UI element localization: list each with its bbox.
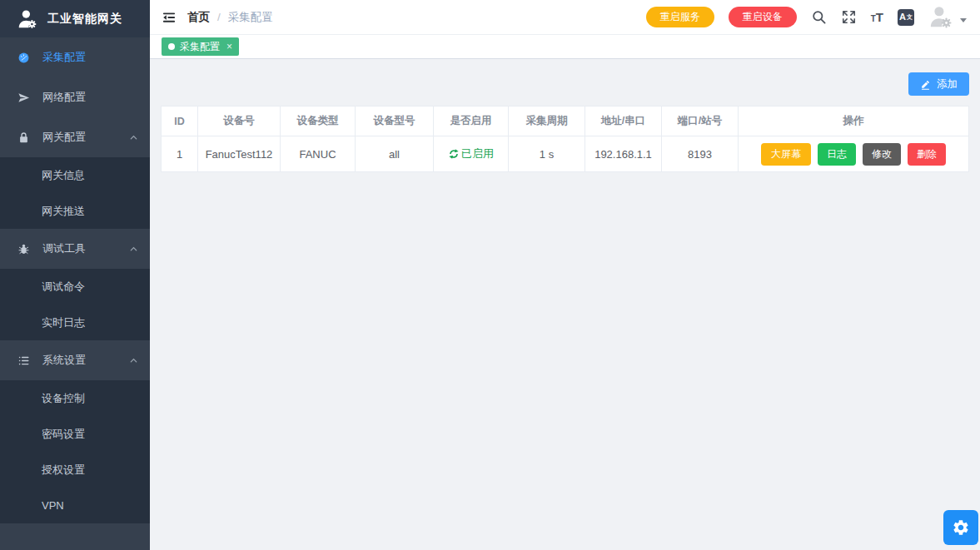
cell-device-model: all: [356, 136, 434, 172]
sidebar-subitem-label: 网关信息: [42, 168, 85, 183]
main-content: 添加 ID 设备号 设备类型 设备型号 是否启用 采集周期 地址/串口 端口/站…: [150, 60, 980, 550]
sidebar-item-gateway-info[interactable]: 网关信息: [0, 157, 150, 193]
sidebar: 工业智能网关 采集配置: [0, 0, 150, 550]
submenu-system-settings: 设备控制 密码设置 授权设置 VPN: [0, 380, 150, 523]
big-screen-button[interactable]: 大屏幕: [761, 143, 811, 166]
modify-button[interactable]: 修改: [863, 143, 901, 166]
list-icon: [17, 354, 30, 367]
paper-plane-icon: [17, 92, 30, 104]
language-sup: 文: [907, 14, 913, 20]
sidebar-subitem-label: 实时日志: [42, 315, 85, 330]
sidebar-item-password-settings[interactable]: 密码设置: [0, 416, 150, 452]
bug-icon: [17, 243, 30, 255]
fullscreen-icon[interactable]: [841, 9, 857, 25]
cell-port: 8193: [662, 136, 739, 172]
sidebar-menu: 采集配置 网络配置 网关配置 网关信息 网关推送: [0, 37, 150, 523]
caret-down-icon: [960, 18, 967, 22]
app-logo: 工业智能网关: [0, 0, 150, 37]
menu-fold-icon[interactable]: [162, 10, 177, 25]
user-menu[interactable]: [928, 4, 967, 30]
col-actions: 操作: [739, 107, 969, 136]
sidebar-item-collect-config[interactable]: 采集配置: [0, 37, 150, 77]
sidebar-subitem-label: 调试命令: [42, 280, 85, 295]
sidebar-item-network-config[interactable]: 网络配置: [0, 77, 150, 117]
submenu-gateway-config: 网关信息 网关推送: [0, 157, 150, 229]
gear-icon: [952, 518, 970, 537]
chevron-up-icon: [129, 133, 138, 142]
sidebar-item-realtime-log[interactable]: 实时日志: [0, 305, 150, 340]
log-button[interactable]: 日志: [818, 143, 856, 166]
language-icon[interactable]: A文: [898, 9, 914, 26]
chevron-up-icon: [129, 245, 138, 254]
row-actions: 大屏幕 日志 修改 删除: [739, 143, 968, 166]
sidebar-item-label: 网关配置: [42, 130, 129, 145]
sidebar-item-vpn[interactable]: VPN: [0, 488, 150, 523]
font-size-icon[interactable]: TT: [871, 11, 883, 23]
col-port: 端口/站号: [662, 107, 739, 136]
chevron-up-icon: [129, 356, 138, 365]
add-button-label: 添加: [937, 77, 958, 92]
cell-id: 1: [162, 136, 198, 172]
refresh-icon: [448, 148, 460, 160]
sidebar-item-label: 采集配置: [42, 50, 138, 65]
search-icon[interactable]: [811, 9, 827, 25]
table-toolbar: 添加: [150, 60, 980, 106]
user-avatar: [928, 4, 954, 30]
sidebar-item-gateway-config[interactable]: 网关配置: [0, 117, 150, 157]
sidebar-item-system-settings[interactable]: 系统设置: [0, 340, 150, 380]
settings-fab-button[interactable]: [943, 510, 978, 545]
cell-device-type: FANUC: [281, 136, 356, 172]
sidebar-subitem-label: 密码设置: [42, 427, 85, 442]
sidebar-item-gateway-push[interactable]: 网关推送: [0, 193, 150, 229]
sidebar-subitem-label: VPN: [42, 499, 64, 512]
restart-device-button[interactable]: 重启设备: [729, 7, 797, 27]
tab-collect-config[interactable]: 采集配置 ×: [162, 37, 239, 56]
edit-pencil-icon: [920, 79, 931, 90]
add-button[interactable]: 添加: [908, 72, 969, 96]
col-collect-cycle: 采集周期: [509, 107, 585, 136]
delete-button[interactable]: 删除: [908, 143, 946, 166]
cell-collect-cycle: 1 s: [509, 136, 585, 172]
col-device-type: 设备类型: [281, 107, 356, 136]
status-label: 已启用: [461, 146, 494, 161]
table-row: 1 FanucTest112 FANUC all: [162, 136, 969, 172]
language-letter: A: [899, 12, 906, 22]
sidebar-subitem-label: 授权设置: [42, 463, 85, 478]
breadcrumb-separator: /: [217, 11, 221, 23]
cell-device-no: FanucTest112: [198, 136, 281, 172]
sidebar-item-authorization-settings[interactable]: 授权设置: [0, 452, 150, 488]
col-device-no: 设备号: [198, 107, 281, 136]
submenu-debug-tools: 调试命令 实时日志: [0, 269, 150, 340]
col-id: ID: [162, 107, 198, 136]
cell-address: 192.168.1.1: [585, 136, 662, 172]
header-actions: 重启服务 重启设备 TT A文: [646, 4, 980, 30]
sidebar-item-debug-command[interactable]: 调试命令: [0, 269, 150, 305]
breadcrumb-current: 采集配置: [228, 10, 273, 25]
col-enabled: 是否启用: [434, 107, 509, 136]
sidebar-item-debug-tools[interactable]: 调试工具: [0, 229, 150, 269]
tab-label: 采集配置: [180, 40, 220, 54]
cell-enabled: 已启用: [434, 136, 509, 172]
table-header-row: ID 设备号 设备类型 设备型号 是否启用 采集周期 地址/串口 端口/站号 操…: [162, 107, 969, 136]
sidebar-subitem-label: 网关推送: [42, 204, 85, 219]
sidebar-subitem-label: 设备控制: [42, 391, 85, 406]
font-size-large-t: T: [876, 11, 883, 23]
col-device-model: 设备型号: [356, 107, 434, 136]
dashboard-icon: [17, 52, 30, 64]
sidebar-item-label: 网络配置: [42, 90, 138, 105]
app-title: 工业智能网关: [47, 12, 122, 27]
breadcrumb: 首页 / 采集配置: [187, 10, 273, 25]
restart-service-button[interactable]: 重启服务: [646, 7, 714, 27]
cell-actions: 大屏幕 日志 修改 删除: [739, 136, 969, 172]
sidebar-item-device-control[interactable]: 设备控制: [0, 380, 150, 416]
breadcrumb-home[interactable]: 首页: [187, 10, 210, 25]
active-tab-dot: [168, 43, 175, 50]
top-header: 首页 / 采集配置 重启服务 重启设备 TT A文: [150, 0, 980, 35]
sidebar-item-label: 调试工具: [42, 241, 129, 256]
tab-bar: 采集配置 ×: [150, 35, 980, 59]
user-gear-logo-icon: [17, 8, 38, 30]
tab-close-icon[interactable]: ×: [226, 41, 232, 52]
status-badge: 已启用: [448, 146, 494, 161]
lock-icon: [17, 131, 30, 144]
device-table: ID 设备号 设备类型 设备型号 是否启用 采集周期 地址/串口 端口/站号 操…: [161, 106, 969, 172]
